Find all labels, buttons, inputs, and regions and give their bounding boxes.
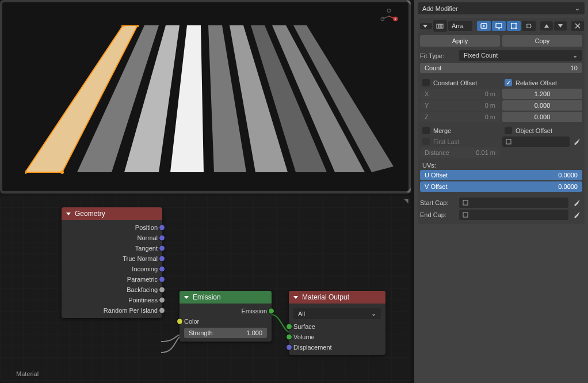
svg-rect-34 (463, 200, 468, 205)
distance-field: Distance0.01 m (420, 147, 500, 158)
corner-handle-icon[interactable]: ◥ (406, 0, 411, 5)
rel-x-field[interactable]: 1.200 (502, 89, 582, 99)
eyedropper-button[interactable] (572, 198, 582, 208)
fit-type-label: Fit Type: (420, 52, 456, 59)
svg-rect-26 (511, 24, 516, 28)
socket-normal[interactable]: Normal (62, 233, 162, 243)
svg-text:x: x (395, 17, 396, 21)
svg-rect-19 (437, 24, 438, 28)
strength-field[interactable]: Strength1.000 (184, 328, 267, 338)
viewport-3d[interactable]: x ◥ ◢ (0, 0, 411, 194)
axis-gizmo[interactable]: x (380, 7, 398, 25)
rel-z-field[interactable]: 0.000 (502, 112, 582, 122)
const-y-field[interactable]: Y0 m (420, 100, 500, 111)
v-offset-field[interactable]: V Offset0.0000 (420, 181, 582, 192)
rel-y-field[interactable]: 0.000 (502, 100, 582, 111)
node-header[interactable]: Emission (180, 291, 272, 304)
node-editor[interactable]: ◥ Material Geometry Position Normal Tang… (0, 196, 411, 383)
svg-rect-33 (506, 139, 511, 144)
svg-point-27 (511, 23, 512, 24)
chevron-down-icon: ⌄ (572, 52, 578, 59)
array-preview (25, 25, 394, 175)
cube-icon (462, 211, 469, 218)
collapse-icon[interactable] (66, 213, 71, 215)
target-select[interactable]: All⌄ (293, 308, 381, 319)
socket-tangent[interactable]: Tangent (62, 243, 162, 253)
material-label: Material (16, 370, 39, 377)
socket-backfacing[interactable]: Backfacing (62, 285, 162, 295)
modifier-name-field[interactable]: Arra (448, 21, 472, 31)
svg-rect-35 (463, 213, 468, 217)
collapse-icon[interactable] (184, 296, 189, 299)
add-modifier-dropdown[interactable]: Add Modifier ⌄ (418, 2, 585, 14)
modifier-panel: Add Modifier ⌄ Arra Apply Copy Fit Type:… (414, 0, 588, 383)
socket-displacement[interactable]: Displacement (289, 342, 385, 352)
copy-button[interactable]: Copy (502, 35, 582, 47)
socket-parametric[interactable]: Parametric (62, 274, 162, 285)
cube-icon (505, 138, 512, 145)
relative-offset-check[interactable] (505, 79, 512, 86)
show-render-toggle[interactable] (477, 21, 491, 31)
svg-rect-20 (439, 24, 441, 28)
svg-point-8 (60, 170, 64, 174)
node-emission[interactable]: Emission Emission Color Strength1.000 (180, 291, 272, 342)
socket-volume[interactable]: Volume (289, 332, 385, 342)
fit-type-select[interactable]: Fixed Count⌄ (459, 50, 582, 61)
socket-random-per-island[interactable]: Random Per Island (62, 305, 162, 316)
corner-handle-icon[interactable]: ◥ (404, 198, 408, 204)
svg-point-23 (483, 25, 485, 27)
viewport-bg: x (2, 2, 408, 191)
object-offset-check[interactable] (505, 127, 512, 134)
svg-rect-21 (441, 24, 443, 28)
const-x-field[interactable]: X0 m (420, 89, 500, 99)
remove-modifier-button[interactable] (571, 21, 584, 31)
eyedropper-button[interactable] (572, 136, 582, 147)
array-icon (433, 20, 447, 32)
node-header[interactable]: Material Output (289, 291, 385, 304)
u-offset-field[interactable]: U Offset0.0000 (420, 170, 582, 180)
socket-color-in[interactable]: Color (180, 316, 272, 327)
chevron-down-icon: ⌄ (371, 310, 376, 317)
svg-point-4 (387, 9, 391, 13)
socket-emission-out[interactable]: Emission (180, 306, 272, 316)
svg-rect-24 (496, 24, 502, 28)
show-cage-toggle[interactable] (522, 21, 536, 31)
uvs-label: UVs: (420, 160, 582, 170)
socket-surface[interactable]: Surface (289, 321, 385, 332)
node-material-output[interactable]: Material Output All⌄ Surface Volume Disp… (289, 291, 385, 355)
node-header[interactable]: Geometry (62, 207, 162, 220)
apply-button[interactable]: Apply (420, 35, 500, 47)
expand-toggle[interactable] (420, 23, 432, 29)
array-modifier: Arra Apply Copy Fit Type: Fixed Count⌄ C… (418, 18, 585, 224)
merge-check[interactable] (422, 127, 430, 134)
svg-point-28 (516, 23, 517, 24)
collapse-icon[interactable] (293, 296, 298, 299)
corner-handle-icon[interactable]: ◢ (406, 186, 411, 194)
start-cap-picker[interactable] (459, 198, 568, 208)
const-z-field[interactable]: Z0 m (420, 112, 500, 122)
chevron-down-icon: ⌄ (575, 5, 580, 12)
socket-incoming[interactable]: Incoming (62, 264, 162, 274)
socket-position[interactable]: Position (62, 222, 162, 233)
svg-point-29 (511, 28, 512, 29)
show-edit-toggle[interactable] (507, 21, 521, 31)
move-down-button[interactable] (554, 21, 567, 31)
count-field[interactable]: Count10 (420, 63, 582, 73)
show-viewport-toggle[interactable] (492, 21, 506, 31)
node-geometry[interactable]: Geometry Position Normal Tangent True No… (62, 207, 162, 318)
end-cap-picker[interactable] (459, 210, 568, 220)
socket-true-normal[interactable]: True Normal (62, 253, 162, 264)
socket-pointiness[interactable]: Pointiness (62, 295, 162, 305)
constant-offset-check[interactable] (422, 79, 430, 86)
svg-point-30 (516, 28, 517, 29)
first-last-check (422, 138, 430, 145)
object-offset-picker[interactable] (502, 136, 570, 147)
move-up-button[interactable] (540, 21, 553, 31)
cube-icon (462, 199, 469, 206)
triangle-down-icon (423, 25, 427, 28)
eyedropper-button[interactable] (572, 210, 582, 220)
